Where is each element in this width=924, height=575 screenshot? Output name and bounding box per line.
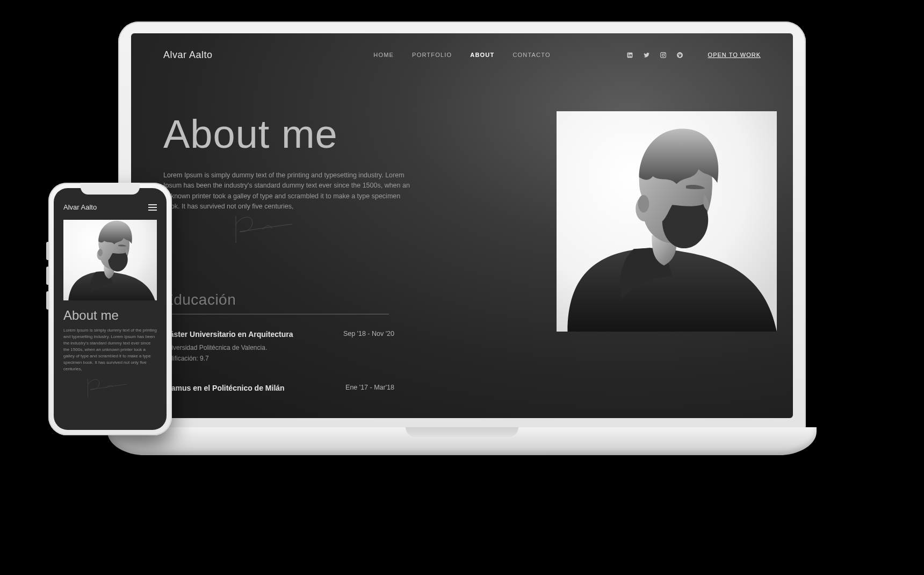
education-dates: Sep '18 - Nov '20 bbox=[343, 330, 394, 337]
laptop-mockup: Alvar Aalto HOME PORTFOLIO ABOUT CONTACT… bbox=[107, 21, 817, 516]
phone-notch bbox=[81, 183, 140, 195]
mobile-profile-photo bbox=[63, 220, 157, 300]
nav-contacto[interactable]: CONTACTO bbox=[512, 52, 550, 58]
mobile-site-logo[interactable]: Alvar Aalto bbox=[63, 203, 97, 211]
education-grade: Calificación: 9.7 bbox=[163, 355, 394, 362]
site-logo[interactable]: Alvar Aalto bbox=[163, 49, 213, 61]
mobile-header: Alvar Aalto bbox=[63, 203, 157, 211]
laptop-lid: Alvar Aalto HOME PORTFOLIO ABOUT CONTACT… bbox=[118, 21, 806, 430]
laptop-hinge-notch bbox=[406, 427, 518, 437]
primary-nav: HOME PORTFOLIO ABOUT CONTACTO bbox=[373, 52, 550, 58]
open-to-work-link[interactable]: OPEN TO WORK bbox=[708, 52, 761, 58]
education-school: Universidad Politécnica de Valencia. bbox=[163, 344, 394, 351]
svg-point-7 bbox=[664, 53, 665, 53]
svg-point-6 bbox=[662, 54, 664, 56]
phone-mockup: Alvar Aalto About me Lorem Ipsum is simp… bbox=[48, 183, 172, 435]
profile-photo bbox=[557, 111, 777, 332]
about-body: Lorem Ipsum is simply dummy text of the … bbox=[163, 170, 410, 212]
signature bbox=[233, 213, 303, 248]
nav-about[interactable]: ABOUT bbox=[470, 52, 494, 58]
education-dates: Ene '17 - Mar'18 bbox=[345, 384, 394, 391]
divider bbox=[163, 314, 389, 314]
svg-point-8 bbox=[677, 52, 683, 58]
site-header: Alvar Aalto HOME PORTFOLIO ABOUT CONTACT… bbox=[163, 44, 761, 66]
linkedin-icon[interactable] bbox=[626, 52, 633, 59]
pinterest-icon[interactable] bbox=[676, 52, 683, 59]
hamburger-menu-icon[interactable] bbox=[148, 204, 157, 211]
mobile-signature bbox=[63, 377, 157, 401]
twitter-icon[interactable] bbox=[643, 52, 650, 59]
mobile-about-body: Lorem Ipsum is simply dummy text of the … bbox=[63, 327, 157, 372]
instagram-icon[interactable] bbox=[660, 52, 667, 59]
svg-point-4 bbox=[628, 53, 629, 54]
nav-portfolio[interactable]: PORTFOLIO bbox=[412, 52, 452, 58]
education-item: Máster Universitario en Arquitectura Sep… bbox=[163, 330, 394, 362]
nav-home[interactable]: HOME bbox=[373, 52, 394, 58]
education-item: Eramus en el Politécnico de Milán Ene '1… bbox=[163, 384, 394, 392]
social-links: OPEN TO WORK bbox=[626, 52, 761, 59]
page-title: About me bbox=[163, 111, 338, 157]
laptop-screen: Alvar Aalto HOME PORTFOLIO ABOUT CONTACT… bbox=[131, 33, 793, 418]
phone-screen: Alvar Aalto About me Lorem Ipsum is simp… bbox=[54, 188, 167, 430]
svg-rect-3 bbox=[628, 54, 629, 56]
mobile-page-title: About me bbox=[63, 308, 157, 323]
education-heading: Educación bbox=[163, 291, 236, 308]
